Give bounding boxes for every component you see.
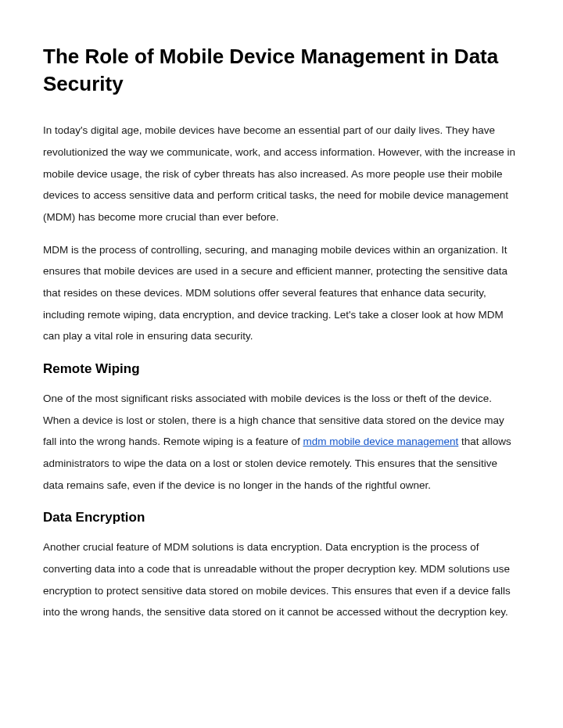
page-title: The Role of Mobile Device Management in … [43, 43, 520, 98]
section-heading-remote-wiping: Remote Wiping [43, 361, 520, 377]
section-heading-data-encryption: Data Encryption [43, 510, 520, 525]
mdm-link[interactable]: mdm mobile device management [303, 436, 458, 447]
section-text-data-encryption: Another crucial feature of MDM solutions… [43, 536, 520, 623]
intro-paragraph-1: In today's digital age, mobile devices h… [43, 120, 520, 228]
section-text-remote-wiping: One of the most significant risks associ… [43, 388, 520, 496]
intro-paragraph-2: MDM is the process of controlling, secur… [43, 239, 520, 347]
